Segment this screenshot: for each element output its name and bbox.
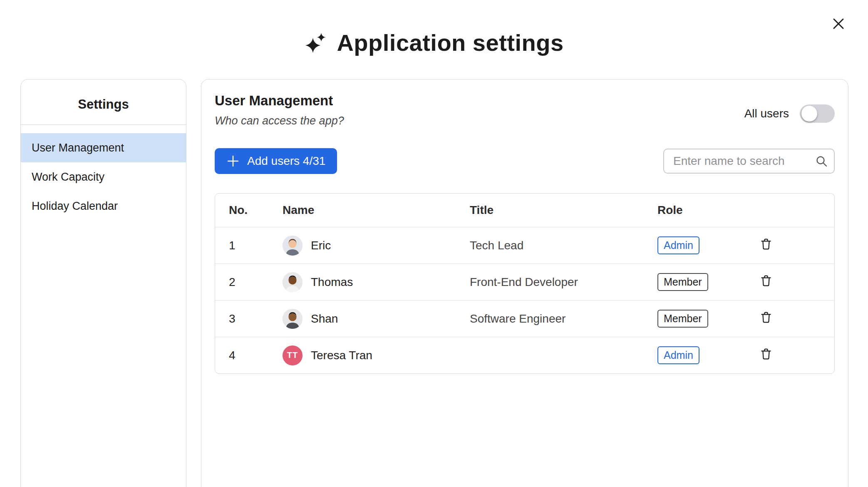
- sparkles-icon: [304, 31, 327, 55]
- avatar: [283, 272, 303, 292]
- col-role: Role: [657, 204, 759, 217]
- sidebar-item-label: Holiday Calendar: [32, 200, 118, 213]
- trash-icon: [759, 274, 773, 287]
- role-badge[interactable]: Member: [657, 310, 708, 328]
- person-avatar-icon: [283, 236, 303, 256]
- role-badge[interactable]: Admin: [657, 236, 699, 254]
- user-management-panel: User Management Who can access the app? …: [201, 79, 848, 487]
- add-users-button[interactable]: Add users 4/31: [215, 148, 337, 174]
- person-avatar-icon: [283, 272, 303, 292]
- trash-icon: [759, 237, 773, 251]
- user-title: Tech Lead: [470, 239, 657, 252]
- table-row: 1 Eric Tech Lead Admin: [215, 227, 834, 263]
- avatar: [283, 309, 303, 329]
- table-row: 4 TT Teresa Tran Admin: [215, 337, 834, 373]
- toggle-knob: [801, 106, 817, 122]
- sidebar-item-holiday-calendar[interactable]: Holiday Calendar: [21, 191, 186, 221]
- app-header: Application settings: [0, 29, 868, 56]
- table-header: No. Name Title Role: [215, 194, 834, 227]
- table-body: 1 Eric Tech Lead Admin: [215, 227, 834, 373]
- row-number: 2: [229, 276, 283, 289]
- table-row: 2 Thomas Front-End Developer Member: [215, 263, 834, 300]
- add-users-label: Add users 4/31: [247, 154, 325, 168]
- user-title: Front-End Developer: [470, 276, 657, 289]
- plus-icon: [226, 154, 240, 168]
- user-title: Software Engineer: [470, 312, 657, 325]
- person-avatar-icon: [283, 309, 303, 329]
- sidebar-title: Settings: [21, 80, 186, 125]
- col-title: Title: [470, 204, 657, 217]
- role-badge[interactable]: Member: [657, 273, 708, 291]
- row-number: 1: [229, 239, 283, 252]
- users-table: No. Name Title Role 1 Eric Tech Lead Adm…: [215, 193, 835, 374]
- sidebar-item-work-capacity[interactable]: Work Capacity: [21, 162, 186, 191]
- delete-user-button[interactable]: [759, 274, 773, 287]
- search-input[interactable]: [663, 149, 835, 174]
- user-name: Eric: [311, 239, 331, 252]
- sidebar-item-label: User Management: [32, 142, 124, 154]
- panel-header: User Management Who can access the app? …: [215, 93, 835, 127]
- avatar: [283, 236, 303, 256]
- search-box: [663, 149, 835, 174]
- close-icon: [831, 16, 846, 32]
- col-name: Name: [283, 204, 470, 217]
- trash-icon: [759, 311, 773, 324]
- avatar-initials: TT: [287, 350, 298, 360]
- all-users-label: All users: [744, 107, 789, 120]
- row-number: 4: [229, 349, 283, 362]
- col-no: No.: [229, 204, 283, 217]
- avatar: TT: [283, 345, 303, 365]
- user-name: Teresa Tran: [311, 349, 372, 362]
- role-badge[interactable]: Admin: [657, 346, 699, 364]
- sidebar-items: User Management Work Capacity Holiday Ca…: [21, 125, 186, 221]
- all-users-toggle[interactable]: [800, 104, 835, 123]
- panel-title: User Management: [215, 93, 344, 109]
- sidebar-item-label: Work Capacity: [32, 171, 104, 184]
- delete-user-button[interactable]: [759, 347, 773, 360]
- panel-subtitle: Who can access the app?: [215, 114, 344, 127]
- all-users-control: All users: [744, 104, 835, 123]
- delete-user-button[interactable]: [759, 311, 773, 324]
- trash-icon: [759, 347, 773, 360]
- close-button[interactable]: [831, 16, 846, 32]
- table-row: 3 Shan Software Engineer Member: [215, 300, 834, 337]
- delete-user-button[interactable]: [759, 237, 773, 251]
- page-title: Application settings: [337, 29, 563, 56]
- user-name: Shan: [311, 312, 338, 325]
- settings-sidebar: Settings User Management Work Capacity H…: [20, 79, 186, 487]
- row-number: 3: [229, 312, 283, 325]
- controls-row: Add users 4/31: [215, 148, 835, 174]
- user-name: Thomas: [311, 276, 353, 289]
- sidebar-item-user-management[interactable]: User Management: [21, 133, 186, 162]
